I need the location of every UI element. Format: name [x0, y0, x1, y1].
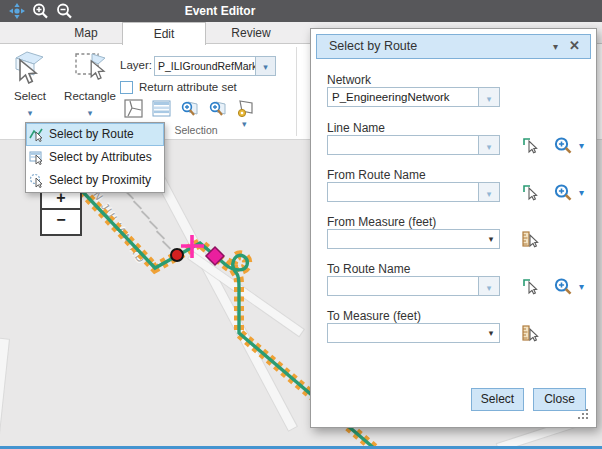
rectangle-tool-icon [72, 48, 108, 85]
close-button[interactable]: Close [533, 388, 586, 411]
select-dropdown-menu: Select by Route Select by Attributes Sel… [25, 122, 165, 193]
from-route-name-zoom-icon[interactable] [553, 183, 574, 202]
map-zoom-control: + − [40, 186, 82, 236]
line-name-zoom-caret-icon[interactable]: ▾ [579, 140, 584, 151]
from-route-name-pick-on-map-icon[interactable] [521, 183, 541, 202]
layer-value: P_ILIGroundRefMarkers [158, 57, 256, 75]
from-route-name-zoom-caret-icon[interactable]: ▾ [579, 187, 584, 198]
menu-item-select-by-proximity[interactable]: Select by Proximity [26, 169, 164, 192]
to-measure-pick-icon[interactable] [521, 324, 541, 343]
panel-close-icon[interactable]: ✕ [569, 35, 580, 58]
attributes-table-icon[interactable] [152, 99, 171, 118]
ribbon-group-label: Selection [168, 124, 224, 136]
select-features-icon[interactable] [124, 99, 143, 118]
panel-title: Select by Route [329, 35, 417, 58]
selection-options-icon[interactable] [236, 99, 255, 118]
line-name-pick-on-map-icon[interactable] [521, 136, 541, 155]
from-route-name-dropdown-button[interactable]: ▾ [479, 182, 500, 202]
layer-combobox[interactable]: P_ILIGroundRefMarkers ▾ [154, 56, 276, 76]
panel-collapse-icon[interactable]: ▾ [553, 35, 558, 58]
to-measure-dropdown-caret-icon[interactable]: ▾ [484, 324, 498, 342]
menu-item-select-by-route[interactable]: Select by Route [26, 123, 164, 146]
select-by-proximity-icon [29, 173, 44, 188]
return-attribute-set-checkbox[interactable] [120, 81, 133, 94]
layer-label: Layer: [120, 59, 152, 71]
network-dropdown-button[interactable]: ▾ [479, 87, 500, 107]
menu-item-select-by-attributes[interactable]: Select by Attributes [26, 146, 164, 169]
to-route-name-dropdown-button[interactable]: ▾ [479, 276, 500, 296]
from-route-name-combobox[interactable] [327, 182, 479, 202]
line-name-combobox[interactable] [327, 135, 479, 155]
layer-dropdown-button[interactable]: ▾ [255, 57, 275, 75]
event-editor-window: N JULIAN RD + − Event Editor Ma [0, 0, 602, 449]
network-label: Network [327, 73, 371, 87]
select-by-route-icon [29, 127, 44, 142]
rectangle-tool-label: Rectangle [58, 90, 122, 102]
select-tool-button[interactable]: Select ▾ [6, 48, 54, 120]
window-title: Event Editor [0, 0, 440, 22]
to-route-name-combobox[interactable] [327, 276, 479, 296]
zoom-to-selection-icon[interactable] [180, 99, 199, 118]
to-route-name-label: To Route Name [327, 262, 410, 276]
select-by-route-panel: Select by Route ▾ ✕ Network P_Engineerin… [310, 28, 597, 428]
from-measure-pick-icon[interactable] [521, 230, 541, 249]
ribbon-group-separator [296, 47, 297, 136]
select-tool-label: Select [6, 90, 54, 102]
panel-header[interactable]: Select by Route ▾ ✕ [316, 34, 591, 59]
panel-resize-grip[interactable] [578, 409, 590, 421]
select-dropdown-caret-icon[interactable]: ▾ [28, 109, 33, 118]
from-measure-dropdown-caret-icon[interactable]: ▾ [484, 230, 498, 248]
to-measure-combobox[interactable] [327, 323, 500, 343]
selection-options-caret-icon[interactable]: ▾ [242, 120, 247, 129]
zoom-control-divider [42, 208, 80, 210]
to-route-name-zoom-icon[interactable] [553, 277, 574, 296]
rectangle-tool-button[interactable]: Rectangle ▾ [58, 48, 122, 120]
title-bar: Event Editor [0, 0, 602, 22]
from-measure-combobox[interactable] [327, 229, 500, 249]
select-tool-icon [12, 48, 48, 85]
to-route-name-pick-on-map-icon[interactable] [521, 277, 541, 296]
rectangle-dropdown-caret-icon[interactable]: ▾ [88, 109, 93, 118]
tab-review[interactable]: Review [206, 22, 296, 44]
from-route-name-label: From Route Name [327, 168, 426, 182]
line-name-zoom-icon[interactable] [553, 136, 574, 155]
zoom-to-feature-icon[interactable] [208, 99, 227, 118]
tab-map[interactable]: Map [50, 22, 122, 44]
select-by-attributes-icon [29, 150, 44, 165]
return-attribute-set-label: Return attribute set [139, 81, 237, 93]
tab-edit[interactable]: Edit [122, 22, 206, 45]
to-route-name-zoom-caret-icon[interactable]: ▾ [579, 281, 584, 292]
zoom-out-button[interactable]: − [42, 211, 80, 229]
line-name-label: Line Name [327, 121, 385, 135]
from-measure-label: From Measure (feet) [327, 215, 436, 229]
select-button[interactable]: Select [471, 388, 524, 411]
line-name-dropdown-button[interactable]: ▾ [479, 135, 500, 155]
to-measure-label: To Measure (feet) [327, 309, 421, 323]
network-combobox[interactable]: P_EngineeringNetwork [327, 87, 479, 107]
